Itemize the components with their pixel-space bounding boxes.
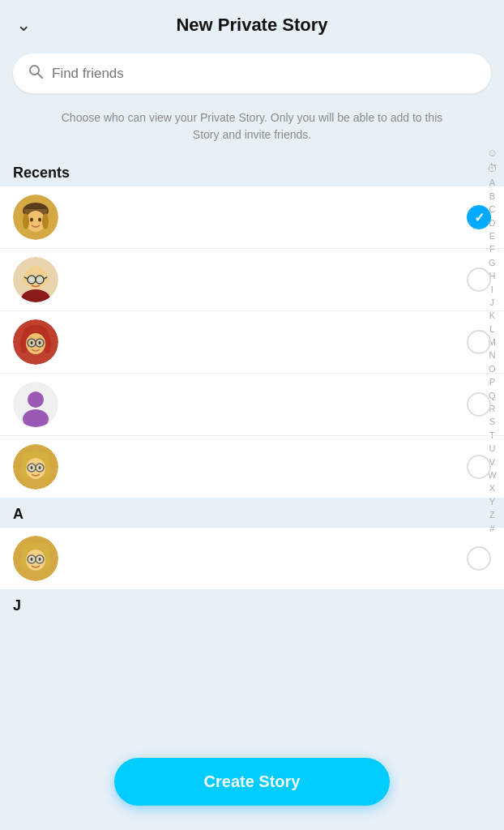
friend-item[interactable] <box>0 528 504 589</box>
avatar <box>13 319 58 365</box>
svg-point-12 <box>22 276 27 284</box>
a-section-header: A <box>0 498 504 528</box>
alpha-z[interactable]: Z <box>488 509 497 521</box>
friend-checkbox[interactable] <box>467 330 491 354</box>
svg-point-28 <box>31 341 33 344</box>
svg-point-7 <box>42 213 49 229</box>
a-list <box>0 528 504 589</box>
avatar <box>13 444 58 490</box>
svg-point-13 <box>45 276 49 284</box>
search-container <box>0 47 504 103</box>
header: ⌄ New Private Story <box>0 0 504 47</box>
alpha-clock[interactable]: ⏱ <box>485 161 499 176</box>
search-bar <box>13 53 491 93</box>
description-text: Choose who can view your Private Story. … <box>0 103 504 156</box>
friend-item[interactable] <box>0 436 504 498</box>
friend-item[interactable] <box>0 186 504 249</box>
avatar <box>13 195 58 240</box>
create-story-button[interactable]: Create Story <box>114 758 390 806</box>
svg-point-9 <box>38 218 41 222</box>
friend-checkbox[interactable] <box>467 455 491 479</box>
svg-point-29 <box>39 341 41 344</box>
back-chevron[interactable]: ⌄ <box>16 15 31 36</box>
friend-checkbox[interactable] <box>467 392 491 417</box>
j-section-header: J <box>0 589 504 619</box>
svg-point-49 <box>31 558 33 561</box>
friend-item[interactable] <box>0 311 504 374</box>
alpha-emoji[interactable]: ☺ <box>485 146 499 160</box>
friend-checkbox[interactable] <box>467 205 491 229</box>
svg-point-15 <box>36 276 44 284</box>
svg-point-50 <box>39 558 41 561</box>
page-title: New Private Story <box>176 15 327 36</box>
recents-list <box>0 186 504 498</box>
svg-point-14 <box>28 276 36 284</box>
search-icon <box>28 63 44 83</box>
svg-point-31 <box>28 391 44 408</box>
alpha-y[interactable]: Y <box>488 496 497 508</box>
svg-point-40 <box>31 466 33 469</box>
friend-checkbox[interactable] <box>467 267 491 292</box>
friend-item[interactable] <box>0 374 504 436</box>
friend-item[interactable] <box>0 249 504 311</box>
svg-point-6 <box>23 213 29 229</box>
svg-point-8 <box>30 218 33 222</box>
friend-checkbox[interactable] <box>467 546 491 571</box>
avatar <box>13 536 58 581</box>
avatar <box>13 257 58 302</box>
recents-section-header: Recents <box>0 156 504 186</box>
svg-point-41 <box>39 466 41 469</box>
search-input[interactable] <box>52 66 476 82</box>
svg-line-1 <box>38 74 43 79</box>
avatar <box>13 382 58 427</box>
